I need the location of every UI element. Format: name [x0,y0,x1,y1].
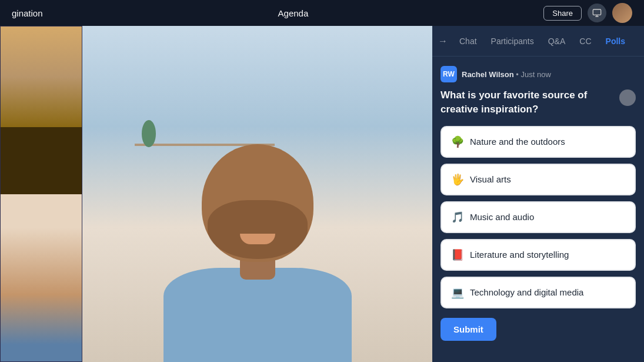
tab-qa[interactable]: Q&A [542,33,572,49]
poll-question-text: What is your favorite source of creative… [441,88,616,117]
tab-chat[interactable]: Chat [453,33,483,49]
visual-emoji: 🖐️ [451,173,464,186]
literature-emoji: 📕 [451,248,464,261]
video-thumbnail-2 [1,194,82,362]
video-main [82,26,432,362]
poll-question: What is your favorite source of creative… [441,88,636,117]
nature-label: Nature and the outdoors [470,137,565,147]
visual-label: Visual arts [470,174,511,184]
poll-timestamp: Just now [521,70,551,79]
panel-tabs: → Chat Participants Q&A CC Polls [432,26,644,57]
poll-separator: • [516,70,520,79]
svg-rect-0 [593,9,600,15]
literature-label: Literature and storytelling [470,250,569,260]
submit-button[interactable]: Submit [441,318,496,341]
tab-polls[interactable]: Polls [600,33,631,49]
right-panel: → Chat Participants Q&A CC Polls RW Rach… [432,26,644,362]
music-label: Music and audio [470,212,534,222]
poll-option-nature[interactable]: 🌳 Nature and the outdoors [441,126,636,158]
user-avatar[interactable] [612,3,632,23]
app-title: gination [12,8,43,18]
poll-options: 🌳 Nature and the outdoors 🖐️ Visual arts… [441,126,636,308]
tab-cc[interactable]: CC [573,33,597,49]
poll-content: RW Rachel Wilson • Just now What is your… [432,57,644,362]
person-small-bg [1,194,82,362]
poll-option-visual[interactable]: 🖐️ Visual arts [441,164,636,195]
tabs-arrow-icon[interactable]: → [438,36,448,47]
tech-emoji: 💻 [451,286,464,299]
video-thumbnail-1 [1,26,82,194]
share-button[interactable]: Share [543,6,582,21]
poll-option-tech[interactable]: 💻 Technology and digital media [441,277,636,308]
top-bar: gination Agenda Share [0,0,644,26]
main-content: → Chat Participants Q&A CC Polls RW Rach… [0,26,644,362]
poll-author-name: Rachel Wilson [462,70,514,79]
bookshelf-bg [1,26,82,194]
video-grid [0,26,432,362]
poll-option-literature[interactable]: 📕 Literature and storytelling [441,239,636,271]
video-main-bg [82,26,432,362]
tech-label: Technology and digital media [470,287,583,297]
agenda-label: Agenda [278,8,309,18]
poll-header: RW Rachel Wilson • Just now [441,66,636,82]
poll-question-icon [619,89,636,106]
nature-emoji: 🌳 [451,135,464,148]
poll-option-music[interactable]: 🎵 Music and audio [441,201,636,233]
screen-share-icon[interactable] [588,4,606,22]
poll-meta: Rachel Wilson • Just now [462,70,551,79]
tab-participants[interactable]: Participants [485,33,540,49]
poll-author-avatar: RW [441,66,457,82]
music-emoji: 🎵 [451,211,464,224]
video-panel-small [0,26,82,362]
top-bar-actions: Share [543,3,632,23]
video-area [0,26,432,362]
